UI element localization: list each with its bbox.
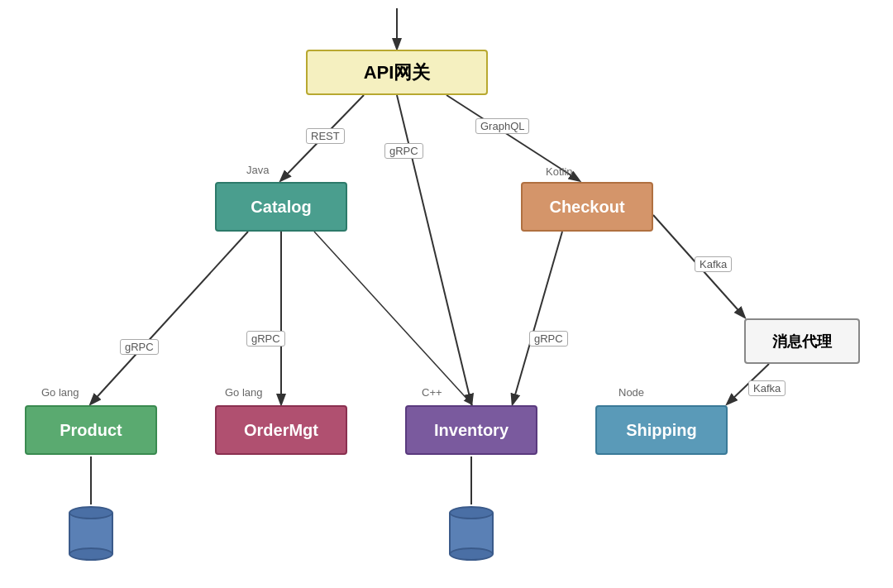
grpc-catalog-product-label: gRPC (120, 339, 159, 355)
kafka1-label: Kafka (695, 256, 732, 272)
graphql-label: GraphQL (475, 118, 529, 134)
api-gateway-node: API网关 (306, 50, 488, 95)
inventory-node: Inventory (405, 405, 537, 455)
grpc-catalog-ordermgt-label: gRPC (246, 331, 285, 347)
inventory-database (449, 506, 494, 561)
cpp-label: C++ (422, 386, 442, 399)
svg-line-6 (314, 232, 471, 404)
golang-ordermgt-label: Go lang (225, 386, 263, 399)
svg-line-7 (513, 232, 562, 404)
product-database (69, 506, 113, 561)
shipping-node: Shipping (595, 405, 728, 455)
grpc-checkout-inventory-label: gRPC (529, 331, 568, 347)
architecture-diagram: API网关 Catalog Checkout Product OrderMgt … (0, 0, 893, 588)
svg-line-5 (91, 232, 248, 404)
node-label: Node (618, 386, 644, 399)
kafka2-label: Kafka (748, 380, 786, 396)
svg-line-2 (397, 95, 471, 404)
grpc-api-inventory-label: gRPC (384, 143, 423, 159)
ordermgt-node: OrderMgt (215, 405, 347, 455)
catalog-node: Catalog (215, 182, 347, 232)
golang-product-label: Go lang (41, 386, 79, 399)
kotlin-label: Kotlin (546, 165, 573, 178)
message-broker-node: 消息代理 (744, 318, 860, 364)
java-label: Java (246, 164, 269, 176)
rest-label: REST (306, 128, 345, 144)
checkout-node: Checkout (521, 182, 653, 232)
product-node: Product (25, 405, 157, 455)
